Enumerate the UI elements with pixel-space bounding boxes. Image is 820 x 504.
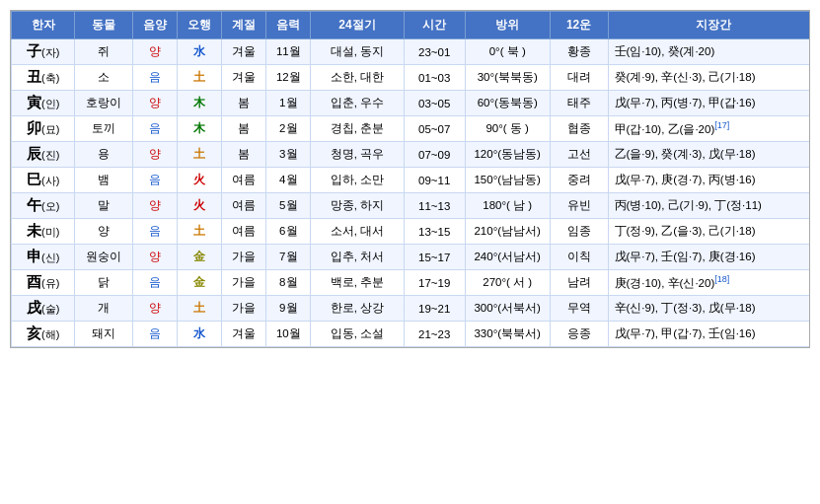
cell-eumllyeok: 5월 <box>266 193 311 219</box>
cell-umyang: 양 <box>133 142 178 168</box>
zodiac-table: 한자 동물 음양 오행 계절 음력 24절기 시간 방위 12운 지장간 子(자… <box>11 11 810 347</box>
cell-bangwi: 0°( 북 ) <box>465 39 550 65</box>
cell-gyejeol: 여름 <box>222 193 266 219</box>
header-jeolgi: 24절기 <box>311 12 404 39</box>
table-row: 子(자)쥐양水겨울11월대설, 동지23~010°( 북 )황종壬(임·10),… <box>12 39 811 65</box>
cell-bangwi: 30°(북북동) <box>465 65 550 91</box>
cell-12um: 무역 <box>550 296 608 322</box>
cell-12um: 협종 <box>550 116 608 142</box>
cell-dongmul: 말 <box>75 193 133 219</box>
cell-ohaeng: 金 <box>178 245 222 270</box>
cell-12um: 남려 <box>550 270 608 296</box>
cell-hanja: 午(오) <box>12 193 75 219</box>
cell-umyang: 양 <box>133 296 178 322</box>
cell-hanja: 亥(해) <box>12 322 75 347</box>
cell-ohaeng: 土 <box>178 142 222 168</box>
cell-dongmul: 원숭이 <box>75 245 133 270</box>
table-row: 亥(해)돼지음水겨울10월입동, 소설21~23330°(북북서)응종戊(무·7… <box>12 322 811 347</box>
cell-ohaeng: 火 <box>178 168 222 193</box>
cell-bangwi: 270°( 서 ) <box>465 270 550 296</box>
cell-dongmul: 돼지 <box>75 322 133 347</box>
cell-umyang: 음 <box>133 322 178 347</box>
main-table-wrapper: 한자 동물 음양 오행 계절 음력 24절기 시간 방위 12운 지장간 子(자… <box>10 10 810 348</box>
cell-gyejeol: 겨울 <box>222 322 266 347</box>
cell-bangwi: 240°(서남서) <box>465 245 550 270</box>
header-eumllyeok: 음력 <box>266 12 311 39</box>
cell-12um: 중려 <box>550 168 608 193</box>
header-gyejeol: 계절 <box>222 12 266 39</box>
cell-ohaeng: 土 <box>178 296 222 322</box>
cell-dongmul: 닭 <box>75 270 133 296</box>
cell-dongmul: 호랑이 <box>75 91 133 116</box>
cell-ohaeng: 土 <box>178 219 222 245</box>
cell-eumllyeok: 9월 <box>266 296 311 322</box>
table-row: 午(오)말양火여름5월망종, 하지11~13180°( 남 )유빈丙(병·10)… <box>12 193 811 219</box>
cell-jijanggan: 戊(무·7), 壬(임·7), 庚(경·16) <box>608 245 810 270</box>
cell-jijanggan: 庚(경·10), 辛(신·20)[18] <box>608 270 810 296</box>
cell-hanja: 戌(술) <box>12 296 75 322</box>
cell-hanja: 申(신) <box>12 245 75 270</box>
cell-sigan: 13~15 <box>404 219 465 245</box>
cell-ohaeng: 土 <box>178 65 222 91</box>
cell-12um: 대려 <box>550 65 608 91</box>
cell-jijanggan: 戊(무·7), 丙(병·7), 甲(갑·16) <box>608 91 810 116</box>
cell-jeolgi: 한로, 상강 <box>311 296 404 322</box>
cell-jijanggan: 辛(신·9), 丁(정·3), 戊(무·18) <box>608 296 810 322</box>
cell-12um: 유빈 <box>550 193 608 219</box>
cell-bangwi: 150°(남남동) <box>465 168 550 193</box>
cell-gyejeol: 가을 <box>222 296 266 322</box>
header-umyang: 음양 <box>133 12 178 39</box>
header-dongmul: 동물 <box>75 12 133 39</box>
cell-dongmul: 뱀 <box>75 168 133 193</box>
cell-bangwi: 180°( 남 ) <box>465 193 550 219</box>
cell-bangwi: 60°(동북동) <box>465 91 550 116</box>
cell-gyejeol: 가을 <box>222 270 266 296</box>
table-row: 未(미)양음土여름6월소서, 대서13~15210°(남남서)임종丁(정·9),… <box>12 219 811 245</box>
cell-jeolgi: 경칩, 춘분 <box>311 116 404 142</box>
cell-sigan: 19~21 <box>404 296 465 322</box>
cell-12um: 태주 <box>550 91 608 116</box>
header-ohaeng: 오행 <box>178 12 222 39</box>
cell-jijanggan: 壬(임·10), 癸(계·20) <box>608 39 810 65</box>
cell-hanja: 未(미) <box>12 219 75 245</box>
cell-ohaeng: 水 <box>178 39 222 65</box>
header-jijanggan: 지장간 <box>608 12 810 39</box>
cell-sigan: 11~13 <box>404 193 465 219</box>
cell-hanja: 辰(진) <box>12 142 75 168</box>
cell-hanja: 酉(유) <box>12 270 75 296</box>
cell-umyang: 양 <box>133 193 178 219</box>
cell-hanja: 丑(축) <box>12 65 75 91</box>
header-row: 한자 동물 음양 오행 계절 음력 24절기 시간 방위 12운 지장간 <box>12 12 811 39</box>
cell-hanja: 巳(사) <box>12 168 75 193</box>
cell-12um: 이칙 <box>550 245 608 270</box>
cell-eumllyeok: 11월 <box>266 39 311 65</box>
cell-dongmul: 용 <box>75 142 133 168</box>
cell-jijanggan: 丙(병·10), 己(기·9), 丁(정·11) <box>608 193 810 219</box>
table-row: 酉(유)닭음金가을8월백로, 추분17~19270°( 서 )남려庚(경·10)… <box>12 270 811 296</box>
cell-jeolgi: 입동, 소설 <box>311 322 404 347</box>
cell-jijanggan: 戊(무·7), 庚(경·7), 丙(병·16) <box>608 168 810 193</box>
cell-dongmul: 토끼 <box>75 116 133 142</box>
cell-gyejeol: 가을 <box>222 245 266 270</box>
cell-jijanggan: 甲(갑·10), 乙(을·20)[17] <box>608 116 810 142</box>
cell-jijanggan: 癸(계·9), 辛(신·3), 己(기·18) <box>608 65 810 91</box>
cell-gyejeol: 겨울 <box>222 39 266 65</box>
cell-12um: 임종 <box>550 219 608 245</box>
cell-sigan: 09~11 <box>404 168 465 193</box>
header-hanja: 한자 <box>12 12 75 39</box>
cell-hanja: 子(자) <box>12 39 75 65</box>
cell-eumllyeok: 3월 <box>266 142 311 168</box>
cell-ohaeng: 木 <box>178 116 222 142</box>
cell-sigan: 17~19 <box>404 270 465 296</box>
cell-ohaeng: 木 <box>178 91 222 116</box>
cell-jeolgi: 입춘, 우수 <box>311 91 404 116</box>
cell-bangwi: 300°(서북서) <box>465 296 550 322</box>
cell-sigan: 05~07 <box>404 116 465 142</box>
cell-dongmul: 쥐 <box>75 39 133 65</box>
cell-sigan: 23~01 <box>404 39 465 65</box>
cell-gyejeol: 봄 <box>222 142 266 168</box>
cell-umyang: 양 <box>133 245 178 270</box>
cell-sigan: 21~23 <box>404 322 465 347</box>
table-row: 丑(축)소음土겨울12월소한, 대한01~0330°(북북동)대려癸(계·9),… <box>12 65 811 91</box>
cell-bangwi: 210°(남남서) <box>465 219 550 245</box>
